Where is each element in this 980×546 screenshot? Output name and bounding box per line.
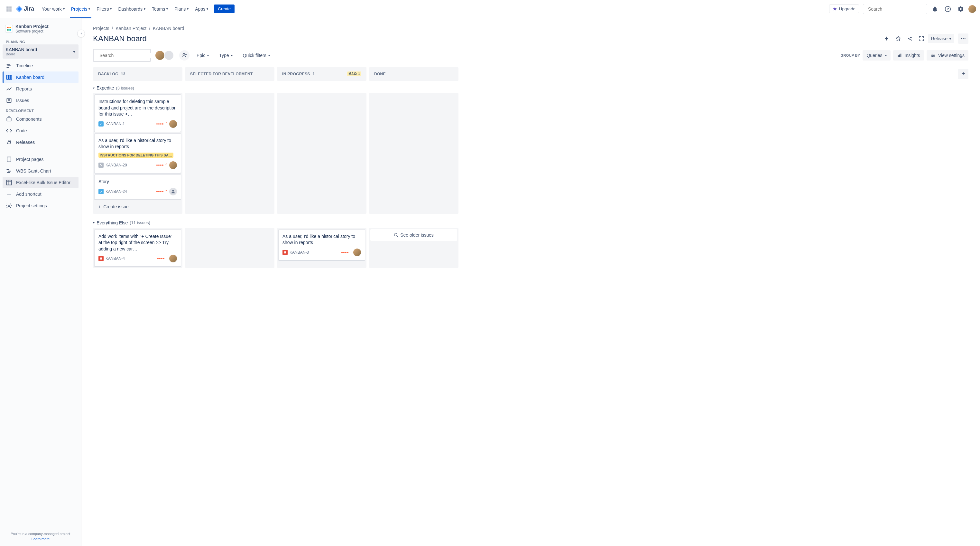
issue-card[interactable]: Add work items with "+ Create Issue" at … xyxy=(94,229,181,267)
create-issue-button[interactable]: + Create issue xyxy=(94,201,181,212)
create-button[interactable]: Create xyxy=(214,5,235,13)
view-settings-button[interactable]: View settings xyxy=(927,50,969,61)
search-icon xyxy=(866,6,866,11)
add-column-button[interactable]: + xyxy=(958,69,969,79)
filter-quick[interactable]: Quick filters▾ xyxy=(240,50,273,61)
star-button[interactable] xyxy=(893,34,904,44)
help-button[interactable]: ? xyxy=(943,4,953,14)
sidebar-item-wbs-gantt[interactable]: WBS Gantt-Chart xyxy=(3,165,78,177)
assignee-avatar[interactable] xyxy=(169,120,177,128)
see-older-button[interactable]: See older issues xyxy=(370,229,457,241)
lane-inprogress[interactable] xyxy=(277,93,366,214)
assignee-avatar-unassigned[interactable] xyxy=(169,188,177,195)
settings-button[interactable] xyxy=(956,4,966,14)
nav-apps[interactable]: Apps▾ xyxy=(192,4,211,14)
issue-card[interactable]: Instructions for deleting this sample bo… xyxy=(94,94,181,132)
more-actions-button[interactable] xyxy=(958,34,969,44)
assignee-avatar[interactable] xyxy=(169,161,177,169)
column-header-backlog[interactable]: BACKLOG 13 xyxy=(93,67,183,81)
fullscreen-button[interactable] xyxy=(916,34,927,44)
assignee-avatar[interactable] xyxy=(169,255,177,262)
sidebar-item-kanban-board[interactable]: Kanban board xyxy=(3,72,78,83)
svg-point-36 xyxy=(8,205,10,207)
breadcrumb-link[interactable]: Kanban Project xyxy=(116,26,146,31)
svg-rect-3 xyxy=(7,8,8,10)
svg-point-38 xyxy=(911,37,912,38)
avatar-unassigned[interactable] xyxy=(164,50,174,61)
swimlane-everything-lanes: Add work items with "+ Create Issue" at … xyxy=(93,228,969,268)
add-people-button[interactable] xyxy=(179,50,189,61)
lane-inprogress[interactable]: As a user, I'd like a historical story t… xyxy=(277,228,366,268)
epic-badge[interactable]: INSTRUCTIONS FOR DELETING THIS SA… xyxy=(99,153,173,158)
nav-your-work[interactable]: Your work▾ xyxy=(39,4,67,14)
notifications-button[interactable] xyxy=(930,4,940,14)
automation-button[interactable] xyxy=(881,34,892,44)
lane-done[interactable] xyxy=(369,93,458,214)
sidebar-collapse-button[interactable] xyxy=(77,30,85,37)
upgrade-button[interactable]: Upgrade xyxy=(829,5,859,13)
priority-medium-icon: = xyxy=(166,256,168,261)
svg-rect-30 xyxy=(7,172,10,173)
jira-logo[interactable]: Jira xyxy=(16,5,34,13)
chevron-down-icon: ▾ xyxy=(950,37,951,41)
lane-selected[interactable] xyxy=(185,93,274,214)
help-icon: ? xyxy=(945,6,951,12)
lane-backlog[interactable]: Instructions for deleting this sample bo… xyxy=(93,93,183,214)
nav-filters[interactable]: Filters▾ xyxy=(94,4,114,14)
insights-button[interactable]: Insights xyxy=(893,50,924,61)
breadcrumb-link[interactable]: Projects xyxy=(93,26,110,31)
learn-more-link[interactable]: Learn more xyxy=(5,537,76,541)
sidebar-item-add-shortcut[interactable]: Add shortcut xyxy=(3,188,78,200)
swimlane-everything-header[interactable]: ▾ Everything Else (11 issues) xyxy=(93,219,969,227)
issue-card[interactable]: As a user, I'd like a historical story t… xyxy=(94,133,181,173)
svg-rect-4 xyxy=(9,8,10,10)
lane-done[interactable]: See older issues xyxy=(369,228,458,268)
issue-key: KANBAN-4 xyxy=(105,256,125,261)
nav-plans[interactable]: Plans▾ xyxy=(172,4,191,14)
project-header[interactable]: Kanban Project Software project xyxy=(3,24,78,37)
board-selector[interactable]: KANBAN board Board ▾ xyxy=(3,45,78,59)
sidebar-item-project-pages[interactable]: Project pages xyxy=(3,153,78,165)
column-header-inprogress[interactable]: IN PROGRESS 1 MAX: 1 xyxy=(277,67,366,81)
board-search[interactable] xyxy=(93,49,151,62)
group-by-queries[interactable]: Queries▾ xyxy=(862,50,890,61)
global-search[interactable] xyxy=(863,4,927,14)
user-avatar[interactable] xyxy=(969,5,976,13)
breadcrumb-link[interactable]: KANBAN board xyxy=(153,26,184,31)
issue-key: KANBAN-3 xyxy=(290,250,309,255)
sidebar-item-timeline[interactable]: Timeline xyxy=(3,60,78,72)
main-content: Projects / Kanban Project / KANBAN board… xyxy=(81,18,980,546)
release-button[interactable]: Release ▾ xyxy=(928,34,954,43)
global-search-input[interactable] xyxy=(868,6,924,11)
issue-card[interactable]: As a user, I'd like a historical story t… xyxy=(278,229,365,260)
plus-icon xyxy=(6,191,12,197)
lane-backlog[interactable]: Add work items with "+ Create Issue" at … xyxy=(93,228,183,268)
issue-card[interactable]: Story KANBAN-24 ⌃ xyxy=(94,174,181,200)
nav-dashboards[interactable]: Dashboards▾ xyxy=(116,4,148,14)
svg-rect-22 xyxy=(10,75,11,79)
assignee-filter[interactable] xyxy=(155,50,174,61)
svg-rect-7 xyxy=(9,10,10,11)
filter-epic[interactable]: Epic▾ xyxy=(193,50,212,61)
filter-type[interactable]: Type▾ xyxy=(216,50,235,61)
sidebar-item-bulk-editor[interactable]: Excel-like Bulk Issue Editor xyxy=(3,177,78,188)
board-search-input[interactable] xyxy=(99,53,156,58)
nav-projects[interactable]: Projects▾ xyxy=(68,4,93,14)
story-icon xyxy=(283,250,288,255)
sidebar-item-project-settings[interactable]: Project settings xyxy=(3,200,78,212)
search-icon xyxy=(394,233,398,237)
column-header-done[interactable]: DONE xyxy=(369,67,458,81)
nav-teams[interactable]: Teams▾ xyxy=(149,4,170,14)
sidebar-item-reports[interactable]: Reports xyxy=(3,83,78,95)
column-header-selected[interactable]: SELECTED FOR DEVELOPMENT xyxy=(185,67,274,81)
lane-selected[interactable] xyxy=(185,228,274,268)
sidebar-item-releases[interactable]: Releases xyxy=(3,136,78,148)
assignee-avatar[interactable] xyxy=(353,249,361,256)
story-icon xyxy=(99,256,103,261)
sidebar-item-issues[interactable]: Issues xyxy=(3,95,78,106)
sidebar-item-components[interactable]: Components xyxy=(3,113,78,125)
swimlane-expedite-header[interactable]: ▾ Expedite (3 issues) xyxy=(93,84,969,92)
app-switcher-button[interactable] xyxy=(4,4,14,14)
share-button[interactable] xyxy=(905,34,915,44)
sidebar-item-code[interactable]: Code xyxy=(3,125,78,136)
